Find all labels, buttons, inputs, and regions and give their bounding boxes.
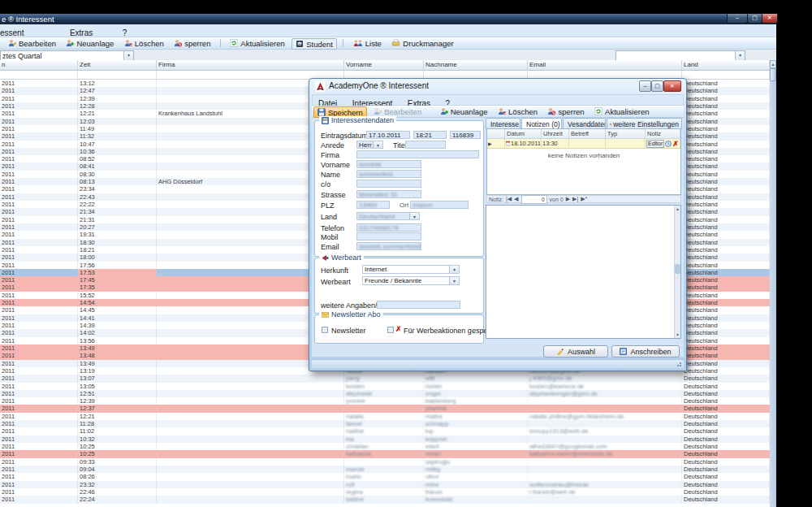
tab-interesse[interactable]: Interesse (486, 118, 520, 129)
delete-note-icon[interactable]: ✗ (672, 141, 679, 147)
scrollbar-thumb[interactable] (770, 68, 776, 81)
nav-first-icon[interactable]: |◀ (506, 196, 512, 202)
vertical-scrollbar[interactable]: ▲ ▼ (770, 60, 776, 507)
chevron-down-icon[interactable]: ▾ (449, 277, 459, 284)
ort-field[interactable]: zülpich (410, 201, 469, 209)
firma-field[interactable] (356, 150, 479, 158)
sperren-button[interactable]: sperren (171, 38, 214, 48)
nav-new-icon[interactable]: ▶* (581, 196, 587, 202)
chevron-down-icon[interactable]: ▾ (409, 213, 419, 219)
details-field[interactable] (377, 301, 460, 309)
table-row[interactable]: 201112:21nataliemaibanatalie.philine@gym… (0, 413, 770, 420)
column-header-vorname[interactable]: Vorname (344, 60, 424, 70)
sperren-button[interactable]: sperren (544, 106, 587, 116)
herkunft-combobox[interactable]: Internet▾ (362, 265, 460, 274)
table-row[interactable]: 201108:26marioolburDeutschland (0, 473, 770, 480)
editor-button[interactable]: Editor (646, 140, 664, 148)
notes-column-betreff[interactable]: Betreff (569, 129, 606, 138)
vorname-field[interactable]: dominik (356, 160, 421, 168)
titel-field[interactable] (405, 141, 446, 149)
table-row[interactable]: 201109:33sapirogluDeutschland (0, 458, 770, 466)
menu-extras[interactable]: Extras (64, 28, 98, 37)
table-row[interactable]: 201122:46reginafranzer.franze@web.deDeut… (0, 488, 770, 496)
scroll-customize-icon[interactable]: ▲ (770, 60, 776, 68)
chevron-down-icon[interactable]: ▾ (449, 266, 459, 273)
name-field[interactable]: sommerfeld (356, 170, 421, 178)
notes-column-datum[interactable]: Datum (505, 129, 542, 138)
nav-next-icon[interactable]: ▶ (566, 196, 570, 202)
werbeaktionen-checkbox[interactable] (387, 327, 394, 333)
aktualisieren-button[interactable]: Aktualisieren (227, 38, 287, 48)
textarea-scrollbar[interactable]: ▲ ▼ (674, 206, 680, 338)
student-button[interactable]: Student (292, 38, 337, 50)
scroll-up-icon[interactable]: ▲ (675, 206, 680, 212)
chevron-down-icon[interactable]: ▾ (373, 141, 382, 148)
telefon-field[interactable]: 03174966176 (356, 223, 421, 232)
notes-column-uhrzeit[interactable]: Uhrzeit (542, 129, 569, 138)
column-header-land[interactable]: Land (682, 60, 770, 70)
auswahl-button[interactable]: Auswahl (543, 345, 608, 358)
table-row[interactable]: 201113:07joergwittj.4989@gmx.deDeutschla… (0, 375, 770, 382)
table-row[interactable]: 201109:04marcelmittigDeutschland (0, 466, 770, 473)
eintragsdatum-field[interactable]: 17.10.2011 (366, 131, 410, 139)
menu-interessent[interactable]: essent (0, 28, 29, 37)
column-header-email[interactable]: Email (528, 60, 682, 70)
druckmanager-button[interactable]: Druckmanager (388, 38, 456, 48)
column-header-nachname[interactable]: Nachname (424, 60, 528, 70)
table-row[interactable]: 201112:37pharmaDeutschland (0, 405, 770, 412)
clock-icon[interactable] (665, 141, 672, 147)
loeschen-button[interactable]: Löschen (121, 38, 167, 48)
tab-notizen[interactable]: Notizen (0) (521, 118, 562, 129)
tab-weitere-einstellungen[interactable]: weitere Einstellungen (607, 118, 682, 129)
table-row[interactable]: 201110:32inakrippnerDeutschland (0, 436, 770, 443)
loeschen-button[interactable]: Löschen (495, 106, 541, 116)
aktualisieren-button[interactable]: Aktualisieren (591, 106, 652, 116)
strasse-field[interactable]: kimeraliee 31 (356, 190, 421, 198)
liste-button[interactable]: Liste (350, 38, 385, 48)
note-textarea[interactable]: ▲ ▼ (486, 205, 681, 339)
column-header-zeit[interactable]: Zeit (78, 60, 157, 70)
nav-position-input[interactable] (521, 195, 547, 204)
werbeart-combobox[interactable]: Freunde / Bekannte▾ (362, 276, 460, 285)
resize-grip[interactable] (676, 361, 683, 367)
table-row[interactable]: 201112:51stephanieengerstephanieenger@gm… (0, 390, 770, 397)
maximize-button[interactable]: ▢ (651, 80, 663, 92)
table-row[interactable]: 201123:32rolfreihewolfsronshau@freedeDeu… (0, 481, 770, 488)
anrede-combobox[interactable]: Herr▾ (356, 141, 383, 149)
table-row[interactable]: 201122:24sabinekranowskiDeutschland (0, 496, 770, 503)
eintragsnummer-field[interactable]: 116839 (450, 131, 481, 139)
eintragszeit-field[interactable]: 18:21 (413, 131, 447, 139)
neuanlage-button[interactable]: Neuanlage (63, 38, 117, 48)
menu-help[interactable]: ? (117, 28, 133, 37)
mobil-field[interactable] (356, 232, 421, 240)
anschreiben-button[interactable]: Anschreiben (611, 345, 680, 358)
notes-column-notiz[interactable]: Notiz (646, 129, 680, 138)
column-header-firma[interactable]: Firma (157, 60, 344, 70)
close-button[interactable]: ✕ (663, 80, 681, 92)
minimize-button[interactable]: – (727, 14, 748, 24)
land-combobox[interactable]: Deutschland▾ (356, 212, 420, 220)
minimize-button[interactable]: – (639, 80, 651, 92)
bearbeiten-button[interactable]: Bearbeiten (5, 38, 59, 48)
newsletter-checkbox[interactable] (322, 327, 328, 333)
column-header-datum[interactable]: n (0, 60, 78, 70)
nav-last-icon[interactable]: ▶| (572, 196, 578, 202)
nav-prev-icon[interactable]: ◀ (514, 196, 518, 202)
table-row[interactable]: 201110:25christianeberlalfred3847@google… (0, 443, 770, 450)
co-field[interactable] (356, 180, 421, 188)
table-row[interactable]: 201111:28fanvelschnappDeutschland (0, 420, 770, 427)
scrollbar-thumb[interactable] (675, 264, 680, 274)
notes-column-typ[interactable]: Typ (606, 129, 646, 138)
plz-field[interactable]: 13969 (356, 201, 390, 209)
table-row[interactable]: 201110:25katharinameierkatharina.meier@o… (0, 450, 770, 457)
maximize-button[interactable]: ▢ (747, 14, 762, 24)
email-field[interactable]: dominik.sommerfeld@gmx.net (356, 242, 421, 250)
table-row[interactable]: 201113:05torstenrichtertorsten@kamenz.de… (0, 383, 770, 390)
table-row[interactable]: 201111:02nadinelupsnoopy1313@web.deDeuts… (0, 427, 770, 435)
scroll-down-icon[interactable]: ▼ (675, 332, 680, 338)
neuanlage-button[interactable]: Neuanlage (437, 106, 491, 116)
tab-versanddaten[interactable]: Vesanddaten (563, 118, 606, 129)
table-row[interactable]: 201112:39yvonnebastenbergDeutschland (0, 397, 770, 405)
note-row[interactable]: ▶ 18.10.2011 13:30 Editor ✗ (487, 139, 680, 149)
close-button[interactable]: ✕ (762, 14, 778, 24)
